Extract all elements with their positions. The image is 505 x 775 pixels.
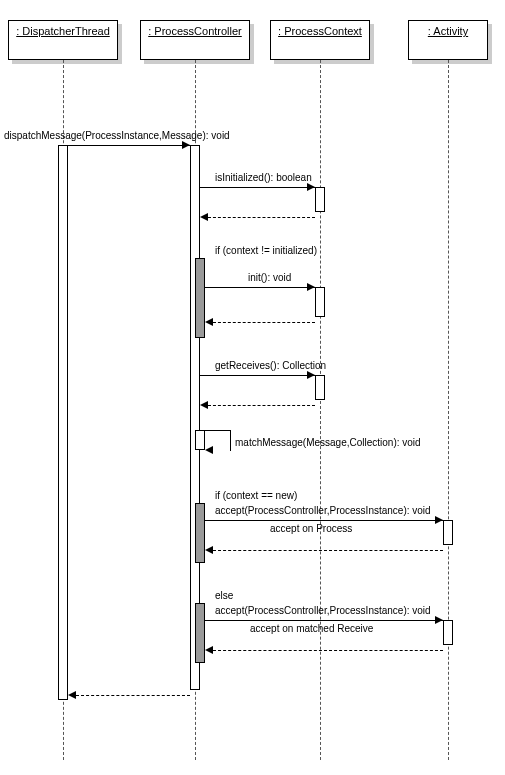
return-init	[213, 322, 315, 323]
arrow-icon	[435, 616, 443, 624]
lifeline-label: : ProcessController	[148, 25, 242, 37]
lifeline-label: : DispatcherThread	[16, 25, 110, 37]
msg-accept1-note: accept on Process	[270, 523, 352, 534]
msg-init-label: init(): void	[248, 272, 291, 283]
msg-isinitialized-label: isInitialized(): boolean	[215, 172, 312, 183]
activation-controller-nested-2	[195, 503, 205, 563]
activation-context-3	[315, 375, 325, 400]
activation-controller-self	[195, 430, 205, 450]
arrow-icon	[200, 401, 208, 409]
arrow-icon	[205, 646, 213, 654]
guard-not-init: if (context != initialized)	[215, 245, 317, 256]
lifeline-label: : ProcessContext	[278, 25, 362, 37]
activation-controller-nested-3	[195, 603, 205, 663]
lifeline-head-activity: : Activity	[408, 20, 488, 60]
arrow-icon	[205, 446, 213, 454]
msg-getreceives-line	[200, 375, 315, 376]
return-dispatch	[76, 695, 190, 696]
lifeline-head-context: : ProcessContext	[270, 20, 370, 60]
msg-dispatch-line	[68, 145, 190, 146]
arrow-icon	[182, 141, 190, 149]
return-getreceives	[208, 405, 315, 406]
arrow-icon	[435, 516, 443, 524]
return-isinitialized	[208, 217, 315, 218]
msg-accept2-label: accept(ProcessController,ProcessInstance…	[215, 605, 431, 616]
msg-getreceives-label: getReceives(): Collection	[215, 360, 326, 371]
msg-dispatch-label: dispatchMessage(ProcessInstance,Message)…	[4, 130, 230, 141]
activation-context-1	[315, 187, 325, 212]
lifeline-context	[320, 60, 321, 760]
msg-matchmessage-label: matchMessage(Message,Collection): void	[235, 437, 421, 448]
arrow-icon	[307, 183, 315, 191]
arrow-icon	[205, 546, 213, 554]
msg-accept1-line	[205, 520, 443, 521]
msg-accept1-label: accept(ProcessController,ProcessInstance…	[215, 505, 431, 516]
sequence-diagram: : DispatcherThread : ProcessController :…	[0, 0, 505, 775]
msg-init-line	[205, 287, 315, 288]
msg-accept2-note: accept on matched Receive	[250, 623, 373, 634]
arrow-icon	[205, 318, 213, 326]
arrow-icon	[200, 213, 208, 221]
lifeline-head-controller: : ProcessController	[140, 20, 250, 60]
activation-activity-2	[443, 620, 453, 645]
lifeline-label: : Activity	[428, 25, 468, 37]
return-accept2	[213, 650, 443, 651]
guard-else: else	[215, 590, 233, 601]
activation-controller-nested-1	[195, 258, 205, 338]
activation-dispatcher	[58, 145, 68, 700]
msg-isinitialized-line	[200, 187, 315, 188]
lifeline-activity	[448, 60, 449, 760]
lifeline-head-dispatcher: : DispatcherThread	[8, 20, 118, 60]
msg-accept2-line	[205, 620, 443, 621]
guard-new: if (context == new)	[215, 490, 297, 501]
arrow-icon	[68, 691, 76, 699]
activation-activity-1	[443, 520, 453, 545]
arrow-icon	[307, 283, 315, 291]
return-accept1	[213, 550, 443, 551]
arrow-icon	[307, 371, 315, 379]
activation-context-2	[315, 287, 325, 317]
